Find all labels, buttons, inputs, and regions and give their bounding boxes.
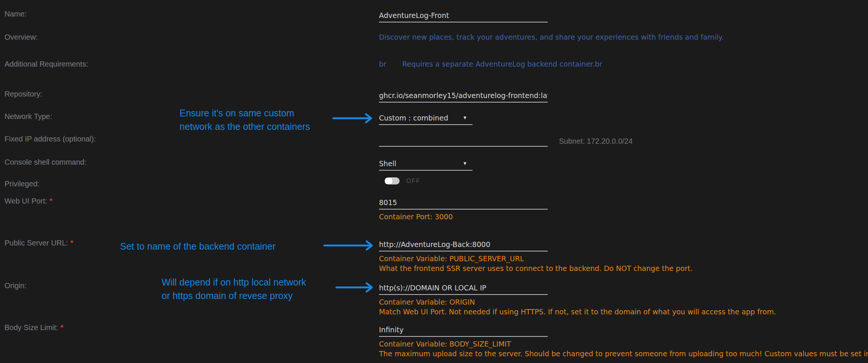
origin-variable: Container Variable: ORIGIN: [379, 297, 475, 307]
public-server-url-variable: Container Variable: PUBLIC_SERVER_URL: [379, 254, 524, 263]
label-web-ui-port: Web UI Port:*: [4, 196, 52, 206]
web-ui-port-help: Container Port: 3000: [379, 212, 453, 222]
body-size-limit-input[interactable]: Infinity: [379, 325, 548, 337]
annotation-network: Ensure it's on same custom network as th…: [180, 106, 310, 133]
input-underline: [379, 294, 548, 295]
annotation-arrow: [323, 240, 376, 251]
console-shell-select[interactable]: Shell ▼: [379, 159, 473, 171]
label-overview: Overview:: [4, 32, 38, 42]
console-shell-selected-value[interactable]: Shell: [379, 159, 473, 168]
origin-help: Match Web UI Port. Not needed if using H…: [379, 307, 776, 317]
label-origin: Origin:: [4, 281, 27, 290]
input-underline: [379, 251, 548, 251]
body-size-limit-variable: Container Variable: BODY_SIZE_LIMIT: [379, 339, 511, 349]
select-underline: [379, 124, 473, 125]
input-underline: [379, 209, 548, 210]
network-type-selected-value[interactable]: Custom : combined: [379, 113, 473, 123]
required-asterisk: *: [49, 197, 52, 205]
select-underline: [379, 170, 473, 171]
additional-requirements-text: Requires a separate AdventureLog backend…: [402, 59, 602, 69]
annotation-arrow: [332, 112, 375, 124]
label-body-size-limit: Body Size Limit:*: [4, 323, 63, 332]
label-additional-requirements: Additional Requirements:: [4, 59, 88, 69]
toggle-knob: [385, 178, 392, 184]
origin-input[interactable]: http(s)://DOMAIN OR LOCAL IP: [379, 283, 548, 295]
network-type-select[interactable]: Custom : combined ▼: [379, 113, 473, 125]
annotation-origin: Will depend if on http local network or …: [162, 275, 306, 302]
web-ui-port-input-value[interactable]: 8015: [379, 198, 548, 207]
public-server-url-help: What the frontend SSR server uses to con…: [379, 263, 693, 273]
additional-requirements-prefix: br: [379, 59, 386, 69]
origin-input-value[interactable]: http(s)://DOMAIN OR LOCAL IP: [379, 283, 548, 293]
public-server-url-input-value[interactable]: http://AdventureLog-Back:8000: [379, 240, 548, 249]
caret-down-icon: ▼: [462, 115, 467, 121]
label-network-type: Network Type:: [4, 112, 52, 121]
subnet-note: Subnet: 172.20.0.0/24: [559, 136, 633, 146]
required-asterisk: *: [70, 239, 73, 247]
required-asterisk: *: [60, 323, 63, 332]
input-underline: [379, 102, 548, 103]
container-edit-form: Name: Overview: Additional Requirements:…: [0, 0, 868, 363]
privileged-toggle[interactable]: [385, 177, 400, 184]
annotation-public-server-url: Set to name of the backend container: [120, 240, 276, 253]
input-underline: [379, 146, 548, 147]
body-size-limit-help: The maximum upload size to the server. S…: [379, 349, 868, 359]
label-fixed-ip: Fixed IP address (optional):: [4, 134, 96, 144]
repository-input[interactable]: ghcr.io/seanmorley15/adventurelog-fronte…: [379, 91, 548, 103]
fixed-ip-input-value[interactable]: [379, 135, 548, 144]
input-underline: [379, 22, 548, 22]
label-public-server-url: Public Server URL:*: [4, 238, 73, 248]
label-name: Name:: [4, 9, 27, 19]
overview-text: Discover new places, track your adventur…: [379, 32, 724, 42]
name-input-value[interactable]: AdventureLog-Front: [379, 10, 548, 20]
label-console-shell: Console shell command:: [4, 157, 86, 167]
fixed-ip-input[interactable]: [379, 135, 548, 147]
name-input[interactable]: AdventureLog-Front: [379, 10, 548, 22]
caret-down-icon: ▼: [462, 161, 467, 166]
input-underline: [379, 336, 548, 337]
label-repository: Repository:: [4, 89, 42, 99]
public-server-url-input[interactable]: http://AdventureLog-Back:8000: [379, 240, 548, 251]
web-ui-port-input[interactable]: 8015: [379, 198, 548, 210]
privileged-toggle-state: OFF: [406, 178, 421, 184]
label-privileged: Privileged:: [4, 179, 39, 189]
annotation-arrow: [335, 281, 376, 293]
body-size-limit-input-value[interactable]: Infinity: [379, 325, 548, 335]
repository-input-value[interactable]: ghcr.io/seanmorley15/adventurelog-fronte…: [379, 91, 548, 100]
